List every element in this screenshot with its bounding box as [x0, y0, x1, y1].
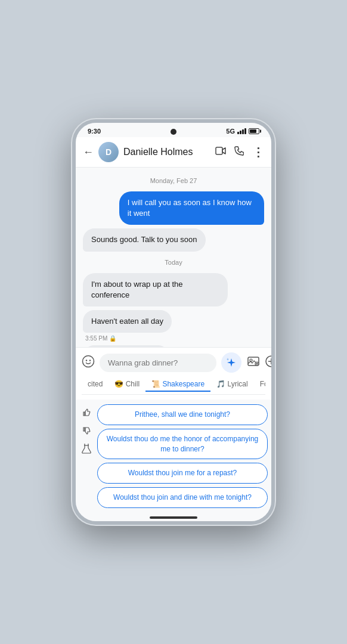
time: 9:30: [88, 128, 101, 135]
thumbs-down-icon[interactable]: [79, 423, 94, 438]
svg-point-1: [83, 355, 94, 367]
phone-call-icon[interactable]: [234, 146, 244, 158]
thumbs-up-icon[interactable]: [79, 405, 94, 420]
header-icons: ⋮: [215, 145, 264, 159]
message-received-2: I'm about to wrap up at the conference: [83, 273, 228, 306]
svg-point-5: [250, 359, 252, 361]
network-label: 5G: [226, 128, 235, 135]
suggestion-row: Prithee, shall we dine tonight? Wouldst …: [79, 404, 268, 508]
signal-bar-2: [240, 131, 241, 134]
battery-icon: [249, 128, 259, 134]
back-button[interactable]: ←: [83, 146, 94, 159]
contact-name: Danielle Holmes: [123, 147, 210, 157]
signal-bar-4: [244, 128, 246, 134]
date-divider-monday: Monday, Feb 27: [83, 177, 264, 184]
date-divider-today: Today: [83, 259, 264, 266]
message-sent-1: I will call you as soon as I know how it…: [119, 191, 264, 225]
home-bar: [76, 513, 271, 521]
suggestion-4[interactable]: Wouldst thou join and dine with me tonig…: [97, 487, 268, 508]
tone-tab-chill[interactable]: 😎 Chill: [109, 377, 145, 392]
video-call-icon[interactable]: [215, 147, 226, 157]
tone-tab-excited[interactable]: cited: [82, 377, 109, 392]
suggestion-3[interactable]: Wouldst thou join me for a repast?: [97, 463, 268, 484]
svg-point-2: [86, 360, 87, 361]
input-icons: [221, 352, 275, 373]
status-bar: 9:30 5G: [76, 123, 271, 137]
message-received-3: Haven't eaten all day: [83, 310, 172, 333]
svg-point-3: [89, 360, 91, 361]
signal-bar-3: [242, 129, 244, 134]
image-icon[interactable]: [247, 356, 259, 369]
status-right: 5G: [226, 128, 259, 135]
more-icon[interactable]: ⋮: [252, 145, 264, 159]
suggestions-area: Prithee, shall we dine tonight? Wouldst …: [76, 400, 271, 513]
message-input[interactable]: [100, 354, 216, 372]
tone-tab-lyrical[interactable]: 🎵 Lyrical: [210, 377, 254, 392]
input-area: cited 😎 Chill 📜 Shakespeare 🎵 Lyrical Fo…: [76, 347, 271, 400]
battery-fill: [250, 129, 256, 133]
emoji-button[interactable]: [82, 355, 95, 371]
suggestions-list: Prithee, shall we dine tonight? Wouldst …: [97, 404, 268, 508]
camera: [171, 129, 176, 135]
add-icon[interactable]: [265, 355, 275, 370]
lock-icon: 🔒: [109, 335, 116, 342]
home-bar-line: [150, 516, 197, 519]
tone-tabs: cited 😎 Chill 📜 Shakespeare 🎵 Lyrical Fo…: [82, 373, 265, 395]
chat-header: ← D Danielle Holmes ⋮: [76, 137, 271, 168]
message-received-1: Sounds good. Talk to you soon: [83, 228, 206, 251]
phone-frame: 9:30 5G ← D Danielle Holmes: [72, 119, 275, 525]
input-row: [82, 352, 265, 373]
signal-bars: [237, 128, 246, 134]
chat-area: Monday, Feb 27 I will call you as soon a…: [76, 168, 271, 347]
tone-tab-shakespeare[interactable]: 📜 Shakespeare: [145, 377, 210, 392]
avatar: D: [98, 142, 119, 162]
suggestion-2[interactable]: Wouldst thou do me the honor of accompan…: [97, 429, 268, 460]
svg-rect-0: [216, 147, 222, 154]
feedback-icons: [79, 404, 94, 456]
signal-bar-1: [237, 132, 239, 134]
suggestion-1[interactable]: Prithee, shall we dine tonight?: [97, 404, 268, 425]
message-timestamp: 3:55 PM 🔒: [83, 335, 116, 342]
lab-icon[interactable]: [79, 441, 94, 456]
magic-button[interactable]: [221, 352, 241, 373]
tone-tab-for[interactable]: For: [254, 377, 265, 392]
